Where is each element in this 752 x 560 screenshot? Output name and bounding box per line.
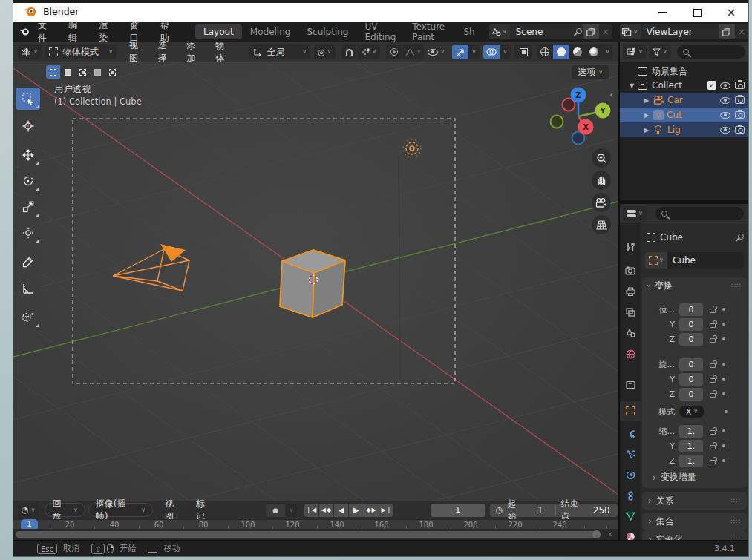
drag-handle-icon[interactable]: ∷∷	[731, 518, 741, 525]
next-keyframe-button[interactable]: ◆▶	[364, 504, 379, 517]
overlays-toggle[interactable]	[483, 45, 500, 59]
timeline-scrollbar[interactable]	[13, 529, 618, 540]
editor-type-button[interactable]: ∨	[18, 45, 42, 59]
outliner-editor-type-button[interactable]: ∨	[623, 45, 647, 59]
tab-physics[interactable]	[620, 465, 641, 484]
outliner-row-camera[interactable]: ▶ Car	[620, 93, 748, 108]
tab-layout[interactable]: Layout	[195, 24, 242, 39]
keying-menu[interactable]: 抠像(插帧) ∨	[88, 503, 153, 517]
rotation-x-input[interactable]: 0	[679, 358, 703, 371]
blender-logo-icon[interactable]	[19, 27, 30, 37]
keyframe-dot-icon[interactable]	[725, 410, 728, 413]
tab-tool[interactable]	[620, 237, 641, 257]
tab-constraints[interactable]	[620, 486, 641, 505]
keyframe-dot-icon[interactable]	[722, 392, 725, 395]
menu-add[interactable]: 添加	[180, 39, 209, 65]
object-name-input[interactable]: Cube	[667, 252, 744, 269]
pin-icon[interactable]	[737, 233, 745, 242]
location-z-input[interactable]: 0	[679, 333, 703, 346]
keyframe-dot-icon[interactable]	[722, 323, 725, 326]
shading-dropdown[interactable]: ∨	[602, 45, 613, 59]
snap-target-dropdown[interactable]: ∨	[357, 45, 380, 59]
scene-browse-button[interactable]: ∨	[489, 24, 510, 39]
location-x-input[interactable]: 0	[679, 303, 703, 316]
tab-view-layer[interactable]	[620, 303, 641, 322]
orientation-dropdown[interactable]: 全局 ∨	[249, 45, 310, 59]
disclosure-open-icon[interactable]: ▼	[627, 82, 636, 89]
shading-wireframe-button[interactable]	[537, 45, 553, 59]
rotation-mode-dropdown[interactable]: X ∨	[679, 406, 704, 418]
instancing-panel[interactable]: › 实例化 ∷∷	[642, 530, 747, 540]
options-button[interactable]: 选项 ∨	[572, 65, 609, 79]
close-button[interactable]: ×	[714, 3, 748, 22]
select-subtract-button[interactable]	[76, 65, 90, 79]
relations-panel[interactable]: › 关系 ∷∷	[642, 492, 747, 510]
scale-z-input[interactable]: 1.	[679, 455, 703, 467]
select-new-button[interactable]	[46, 65, 60, 79]
outliner-row-light[interactable]: ▶ Lig	[620, 122, 748, 137]
pin-icon[interactable]	[575, 27, 583, 36]
viewlayer-browse-button[interactable]: ∨	[620, 24, 641, 39]
lock-icon[interactable]	[710, 323, 716, 328]
tool-move[interactable]	[16, 144, 40, 166]
transform-panel-header[interactable]: › 变换 ∷∷	[642, 277, 747, 294]
proportional-falloff-dropdown[interactable]: ∨	[402, 45, 424, 59]
pivot-dropdown[interactable]: ◎ ∨	[314, 45, 335, 59]
scale-y-input[interactable]: 1.	[679, 440, 703, 452]
auto-keying-toggle[interactable]: ●	[266, 504, 285, 517]
tab-scene[interactable]	[620, 323, 641, 343]
tool-scale[interactable]	[16, 196, 40, 218]
zoom-button[interactable]	[592, 148, 611, 168]
tab-sculpting[interactable]: Sculpting	[298, 24, 356, 39]
menu-edit[interactable]: 编辑	[61, 19, 91, 45]
tool-select-box[interactable]	[16, 88, 40, 110]
camera-view-button[interactable]	[592, 193, 611, 212]
jump-to-start-button[interactable]: ❘◀	[304, 504, 318, 517]
shading-solid-button[interactable]	[553, 45, 569, 59]
location-y-input[interactable]: 0	[679, 318, 703, 331]
hide-eye-icon[interactable]	[720, 112, 730, 119]
tab-texture-paint[interactable]: Texture Paint	[404, 19, 455, 45]
scene-unlink-button[interactable]: ×	[599, 27, 612, 37]
outliner-filter-button[interactable]: ∨	[649, 45, 671, 59]
properties-editor-type-button[interactable]: ∨	[623, 206, 647, 221]
keyframe-dot-icon[interactable]	[722, 459, 725, 462]
keyframe-dot-icon[interactable]	[722, 337, 725, 340]
current-frame-input[interactable]: 1	[431, 504, 485, 517]
lock-icon[interactable]	[710, 393, 716, 398]
lock-icon[interactable]	[710, 363, 716, 368]
keyframe-dot-icon[interactable]	[722, 363, 725, 366]
overlays-dropdown[interactable]: ∨	[500, 45, 511, 59]
drag-handle-icon[interactable]: ∷∷	[732, 282, 742, 289]
lock-icon[interactable]	[710, 338, 716, 343]
tab-object[interactable]	[620, 401, 641, 421]
outliner-search-input[interactable]	[677, 45, 745, 59]
tool-rotate[interactable]	[16, 170, 40, 192]
outliner-row-cube[interactable]: ▶ ▽ Cut	[620, 108, 748, 122]
disable-render-icon[interactable]	[735, 96, 745, 104]
tab-collection-props[interactable]	[620, 375, 641, 395]
tool-transform[interactable]	[16, 222, 40, 244]
tab-world[interactable]	[620, 344, 641, 363]
menu-render[interactable]: 渲染	[91, 19, 122, 45]
viewlayer-name[interactable]: ViewLayer	[641, 27, 719, 37]
prev-keyframe-button[interactable]: ◀◆	[319, 504, 333, 517]
keying-set-dropdown[interactable]: ∨	[286, 504, 297, 517]
keyframe-dot-icon[interactable]	[722, 444, 725, 447]
menu-select[interactable]: 选择	[151, 39, 180, 65]
maximize-button[interactable]	[680, 3, 714, 22]
lock-icon[interactable]	[710, 460, 716, 464]
hide-eye-icon[interactable]	[720, 82, 730, 89]
rotation-z-input[interactable]: 0	[679, 388, 703, 401]
ortho-toggle-button[interactable]	[592, 215, 611, 234]
select-invert-button[interactable]	[91, 65, 105, 79]
tool-annotate[interactable]	[16, 251, 40, 273]
lock-icon[interactable]	[710, 309, 716, 313]
tab-modifiers[interactable]	[620, 424, 641, 443]
hide-eye-icon[interactable]	[720, 97, 730, 104]
proportional-editing-toggle[interactable]	[386, 45, 402, 59]
keyframe-dot-icon[interactable]	[722, 429, 725, 432]
end-frame-input[interactable]: 250	[592, 505, 612, 515]
hide-eye-icon[interactable]	[720, 127, 730, 134]
scene-name[interactable]: Scene	[510, 27, 575, 37]
